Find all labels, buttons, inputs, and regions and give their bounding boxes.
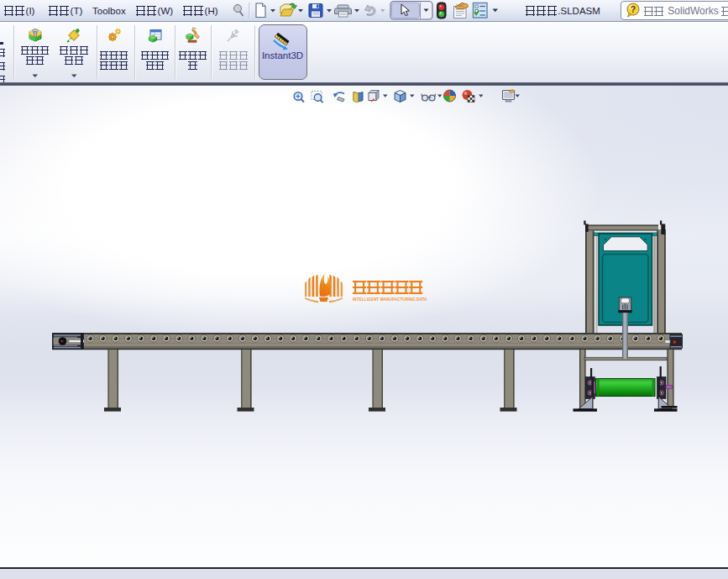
svg-text:?: ?: [631, 4, 636, 14]
svg-text:INTELLIGENT MANUFACTURING DATA: INTELLIGENT MANUFACTURING DATA: [353, 297, 427, 302]
